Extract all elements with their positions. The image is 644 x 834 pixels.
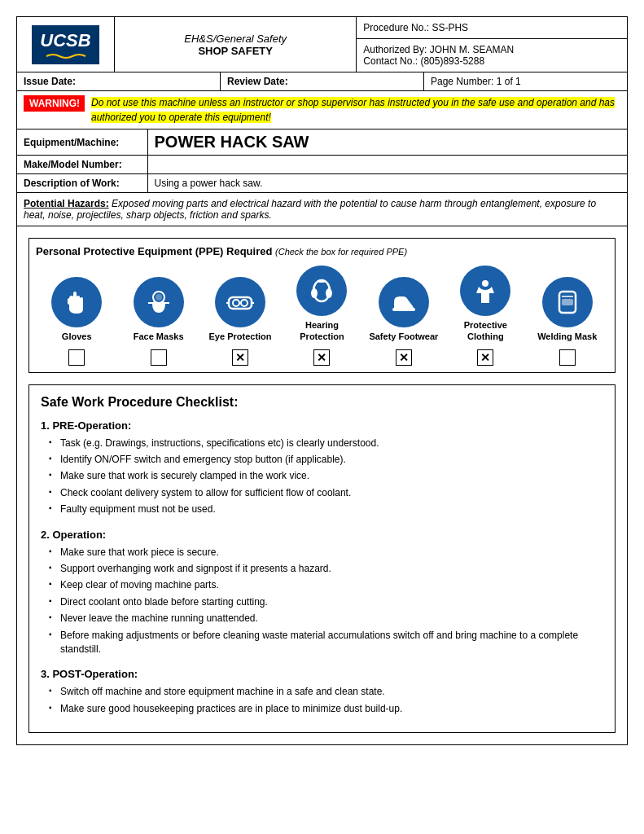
face-masks-label: Face Masks <box>134 331 184 342</box>
hearing-protection-icon <box>306 275 337 306</box>
issue-date-cell: Issue Date: <box>17 72 221 90</box>
warning-row: WARNING! Do not use this machine unless … <box>17 91 627 129</box>
equipment-info-table: Equipment/Machine: POWER HACK SAW Make/M… <box>17 129 627 226</box>
checklist-title: Safe Work Procedure Checklist: <box>41 395 603 410</box>
checkbox-cell-welding-mask <box>531 349 604 366</box>
safety-footwear-icon <box>388 287 419 318</box>
safety-footwear-label: Safety Footwear <box>369 331 438 342</box>
authorized-info: Authorized By: JOHN M. SEAMAN Contact No… <box>357 39 627 72</box>
face-masks-icon <box>143 287 174 318</box>
issue-date-label: Issue Date: <box>24 76 76 87</box>
ppe-section: Personal Protective Equipment (PPE) Requ… <box>28 238 616 373</box>
ppe-item-welding-mask: Welding Mask <box>531 277 604 342</box>
list-item: Identify ON/OFF switch and emergency sto… <box>49 453 603 467</box>
checkbox-eye-protection[interactable] <box>232 349 248 366</box>
ppe-item-safety-footwear: Safety Footwear <box>367 277 440 342</box>
checkbox-face-masks[interactable] <box>151 349 167 366</box>
checkbox-cell-safety-footwear <box>367 349 440 366</box>
pre-operation-list: Task (e.g. Drawings, instructions, speci… <box>41 437 603 517</box>
warning-text-highlighted: Do not use this machine unless an instru… <box>91 97 615 123</box>
logo-cell: UCSB <box>17 17 115 72</box>
machine-label: Equipment/Machine: <box>17 129 147 156</box>
hearing-protection-label: Hearing Protection <box>285 319 358 343</box>
list-item: Task (e.g. Drawings, instructions, speci… <box>49 437 603 450</box>
ppe-icons-row: Gloves Face Masks <box>36 266 608 343</box>
hazards-cell: Potential Hazards: Exposed moving parts … <box>17 193 627 226</box>
list-item: Support overhanging work and signpost if… <box>49 562 603 576</box>
department-cell: EH&S/General Safety SHOP SAFETY <box>115 17 357 72</box>
warning-text: Do not use this machine unless an instru… <box>91 95 620 125</box>
eye-protection-label: Eye Protection <box>209 331 272 342</box>
svg-point-12 <box>326 288 332 298</box>
list-item: Keep clear of moving machine parts. <box>49 578 603 592</box>
ppe-item-hearing-protection: Hearing Protection <box>285 266 358 343</box>
gloves-icon-circle <box>51 277 102 327</box>
contact-number: Contact No.: (805)893-5288 <box>363 55 620 67</box>
list-item: Never leave the machine running unattend… <box>49 612 603 626</box>
description-label: Description of Work: <box>17 174 147 193</box>
checkbox-protective-clothing[interactable] <box>477 349 493 366</box>
post-operation-list: Switch off machine and store equipment m… <box>41 685 603 716</box>
hearing-protection-icon-circle <box>296 266 347 316</box>
ppe-item-eye-protection: Eye Protection <box>204 277 277 342</box>
welding-mask-label: Welding Mask <box>537 331 597 342</box>
svg-rect-0 <box>68 298 71 305</box>
list-item: Make sure that work piece is secure. <box>49 546 603 560</box>
model-number-row: Make/Model Number: <box>17 156 627 174</box>
issue-row: Issue Date: Review Date: Page Number: 1 … <box>17 72 627 91</box>
logo-wave-icon <box>42 53 90 59</box>
document-container: UCSB EH&S/General Safety SHOP SAFETY Pro… <box>16 16 628 745</box>
warning-badge: WARNING! <box>24 95 85 112</box>
checkbox-cell-protective-clothing <box>449 349 522 366</box>
checkbox-hearing-protection[interactable] <box>313 349 330 366</box>
ppe-item-protective-clothing: Protective Clothing <box>449 266 522 343</box>
face-masks-icon-circle <box>134 277 184 327</box>
machine-name: POWER HACK SAW <box>147 129 627 156</box>
protective-clothing-label: Protective Clothing <box>449 319 522 343</box>
list-item: Switch off machine and store equipment m… <box>49 685 603 699</box>
equipment-machine-row: Equipment/Machine: POWER HACK SAW <box>17 129 627 156</box>
gloves-icon <box>61 287 92 318</box>
ppe-title: Personal Protective Equipment (PPE) Requ… <box>36 245 608 257</box>
safety-footwear-icon-circle <box>379 277 429 327</box>
svg-rect-17 <box>562 299 573 305</box>
protective-clothing-icon <box>470 275 501 306</box>
eye-protection-icon-circle <box>215 277 265 327</box>
hazards-value: Exposed moving parts and electrical haza… <box>24 198 596 221</box>
list-item: Make sure that work is securely clamped … <box>49 469 603 483</box>
checkbox-cell-hearing-protection <box>285 349 358 366</box>
ppe-title-note: (Check the box for required PPE) <box>275 247 407 257</box>
list-item: Before making adjustments or before clea… <box>49 629 603 657</box>
hazards-row: Potential Hazards: Exposed moving parts … <box>17 193 627 226</box>
checkbox-cell-face-masks <box>122 349 195 366</box>
page-number-cell: Page Number: 1 of 1 <box>424 72 627 90</box>
welding-mask-icon-circle <box>542 277 593 327</box>
checklist-section: Safe Work Procedure Checklist: 1. PRE-Op… <box>28 384 616 733</box>
ppe-item-face-masks: Face Masks <box>122 277 195 342</box>
svg-point-7 <box>241 300 248 306</box>
section-heading-operation: 2. Operation: <box>41 529 603 541</box>
svg-point-6 <box>233 300 239 306</box>
description-value: Using a power hack saw. <box>147 174 627 193</box>
review-date-cell: Review Date: <box>221 72 424 90</box>
list-item: Check coolant delivery system to allow f… <box>49 486 603 500</box>
checkbox-gloves[interactable] <box>68 349 85 366</box>
authorized-by: Authorized By: JOHN M. SEAMAN <box>363 44 620 55</box>
list-item: Faulty equipment must not be used. <box>49 503 603 516</box>
model-label: Make/Model Number: <box>17 156 147 174</box>
logo-text: UCSB <box>40 30 90 51</box>
operation-list: Make sure that work piece is secure. Sup… <box>41 546 603 657</box>
description-row: Description of Work: Using a power hack … <box>17 174 627 193</box>
dept-line1: EH&S/General Safety <box>184 33 287 45</box>
svg-point-15 <box>482 280 488 287</box>
dept-line2: SHOP SAFETY <box>198 45 273 57</box>
review-date-label: Review Date: <box>227 76 288 87</box>
list-item: Direct coolant onto blade before startin… <box>49 595 603 609</box>
checkbox-safety-footwear[interactable] <box>396 349 412 366</box>
gloves-label: Gloves <box>62 331 92 342</box>
checkbox-welding-mask[interactable] <box>559 349 576 366</box>
ppe-item-gloves: Gloves <box>40 277 113 342</box>
ppe-checkboxes-row <box>36 349 608 366</box>
ppe-title-main: Personal Protective Equipment (PPE) Requ… <box>36 245 272 257</box>
model-value <box>147 156 627 174</box>
